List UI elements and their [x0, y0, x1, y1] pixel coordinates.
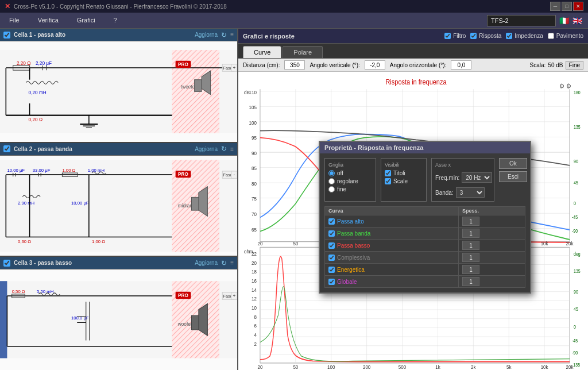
passa-basso-checkbox[interactable]	[328, 242, 335, 249]
svg-text:+: +	[233, 294, 235, 299]
cell2-aggiorna[interactable]: Aggiorna	[195, 146, 218, 152]
close-button[interactable]: ✕	[573, 2, 583, 11]
energetica-label: Energetica	[337, 267, 365, 273]
globale-label: Globale	[337, 279, 357, 285]
cell1-checkbox[interactable]	[3, 32, 10, 38]
svg-text:90: 90	[574, 159, 578, 165]
svg-text:2k: 2k	[471, 364, 476, 370]
griglia-fine-radio[interactable]	[328, 186, 335, 192]
cell2-header: Cella 2 - passa banda Aggiorna ↻ ≡	[0, 143, 237, 156]
svg-text:500: 500	[399, 364, 406, 370]
griglia-regolare-radio[interactable]	[328, 178, 335, 184]
griglia-regolare[interactable]: regolare	[328, 178, 372, 184]
complessiva-label: Complessiva	[337, 255, 370, 261]
menu-help[interactable]: ?	[105, 13, 126, 28]
passa-alto-checkbox[interactable]	[328, 218, 335, 225]
impedenza-checkbox[interactable]	[506, 33, 512, 39]
svg-text:10: 10	[252, 305, 257, 311]
svg-text:PRO: PRO	[178, 293, 188, 298]
scale-check-item: Scale	[385, 178, 423, 184]
distanza-input[interactable]	[284, 60, 305, 70]
cell3-menu-icon[interactable]: ≡	[230, 260, 234, 266]
menu-bar: File Verifica Grafici ? 🇮🇹 🇬🇧	[0, 13, 588, 29]
svg-text:Risposta in frequenza: Risposta in frequenza	[385, 78, 446, 86]
svg-text:20: 20	[257, 364, 262, 370]
svg-text:50: 50	[293, 240, 298, 246]
cell2-refresh-icon[interactable]: ↻	[221, 145, 227, 153]
angolo-vert-input[interactable]	[365, 60, 385, 70]
cell3-checkbox[interactable]	[3, 260, 10, 267]
svg-text:2,20 μF: 2,20 μF	[36, 61, 52, 66]
complessiva-spess[interactable]	[462, 253, 479, 262]
globale-spess[interactable]	[462, 277, 479, 286]
banda-row: Banda: 3 6 10	[435, 187, 490, 198]
svg-text:100: 100	[327, 364, 335, 370]
passa-basso-spess[interactable]	[462, 241, 479, 250]
svg-text:135: 135	[574, 124, 581, 130]
complessiva-checkbox[interactable]	[328, 255, 335, 261]
globale-checkbox[interactable]	[328, 279, 335, 285]
risposta-checkbox[interactable]	[470, 33, 477, 39]
svg-rect-16	[195, 80, 202, 92]
pavimento-label: Pavimento	[556, 33, 583, 39]
griglia-fine[interactable]: fine	[328, 186, 372, 192]
svg-text:⚙: ⚙	[559, 82, 564, 90]
left-panel: Cella 1 - passa alto Aggiorna ↻ ≡	[0, 29, 238, 370]
curve-col-header: Curva	[325, 207, 459, 215]
passa-banda-spess[interactable]	[462, 229, 479, 238]
svg-text:90: 90	[252, 150, 257, 156]
menu-verifica[interactable]: Verifica	[29, 13, 68, 28]
flag-uk[interactable]: 🇬🇧	[572, 16, 582, 25]
filtro-label: Filtro	[453, 33, 466, 39]
title-bar-text: Cross-Pc v5.1.0 - Copyright Renato Giuss…	[14, 3, 227, 10]
globale-name: Globale	[328, 279, 455, 285]
tab-polare[interactable]: Polare	[283, 46, 323, 58]
cell2-menu-icon[interactable]: ≡	[230, 146, 234, 152]
cell3-refresh-icon[interactable]: ↻	[221, 259, 227, 267]
project-name-input[interactable]	[487, 15, 556, 26]
menu-grafici[interactable]: Grafici	[68, 13, 105, 28]
cell1-body: 2,20 Ω 2,20 μF 0,20 mH 0,20 Ω tweeter	[0, 41, 237, 142]
cell3-aggiorna[interactable]: Aggiorna	[195, 260, 218, 266]
svg-text:12: 12	[252, 296, 257, 302]
fine-button[interactable]: Fine	[566, 61, 583, 70]
griglia-off-radio[interactable]	[328, 170, 335, 176]
griglia-label: Griglia	[328, 162, 372, 168]
tab-curve[interactable]: Curve	[243, 46, 281, 58]
titoli-checkbox[interactable]	[385, 170, 391, 176]
asse-label: Asse x	[435, 162, 490, 168]
ok-button[interactable]: Ok	[499, 158, 527, 169]
cell3-circuit: 0,50 Ω 5,50 mH 100,0 μF woofer	[0, 269, 237, 370]
minimize-button[interactable]: ─	[550, 2, 560, 11]
filtro-checkbox[interactable]	[444, 33, 451, 39]
cell1-refresh-icon[interactable]: ↻	[221, 31, 227, 39]
energetica-name: Energetica	[328, 267, 455, 273]
pavimento-checkbox[interactable]	[548, 33, 554, 39]
angolo-oriz-input[interactable]	[451, 60, 471, 70]
maximize-button[interactable]: □	[562, 2, 572, 11]
menu-file[interactable]: File	[0, 13, 29, 28]
cell1-header: Cella 1 - passa alto Aggiorna ↻ ≡	[0, 29, 237, 41]
scala-label: Scala:	[530, 62, 546, 68]
freq-min-select[interactable]: 20 Hz 10 Hz	[462, 172, 492, 183]
cell1-panel: Cella 1 - passa alto Aggiorna ↻ ≡	[0, 29, 237, 143]
griglia-off[interactable]: off	[328, 170, 372, 176]
svg-text:2,90 mH: 2,90 mH	[18, 200, 34, 205]
flag-italy[interactable]: 🇮🇹	[559, 16, 569, 25]
titoli-label: Titoli	[393, 170, 405, 176]
params-bar: Distanza (cm): Angolo verticale (°): Ang…	[238, 59, 588, 72]
energetica-checkbox[interactable]	[328, 267, 335, 273]
table-row: Complessiva	[325, 252, 525, 264]
scale-checkbox[interactable]	[385, 178, 391, 184]
cell1-aggiorna[interactable]: Aggiorna	[195, 32, 218, 38]
passa-alto-spess[interactable]	[462, 217, 479, 226]
passa-banda-checkbox[interactable]	[328, 230, 335, 237]
svg-text:0,20 mH: 0,20 mH	[29, 90, 47, 95]
cell1-menu-icon[interactable]: ≡	[230, 32, 234, 38]
esci-button[interactable]: Esci	[499, 171, 527, 182]
banda-select[interactable]: 3 6 10	[456, 187, 485, 198]
cell3-header: Cella 3 - passa basso Aggiorna ↻ ≡	[0, 257, 237, 269]
energetica-spess[interactable]	[462, 265, 479, 274]
svg-text:6: 6	[254, 323, 257, 329]
cell2-checkbox[interactable]	[3, 145, 10, 152]
